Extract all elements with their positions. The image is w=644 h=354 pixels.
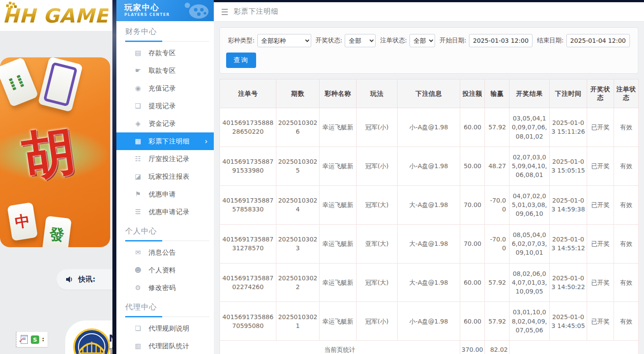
cell-amount: 60.00	[460, 263, 485, 302]
cell-lottery: 幸运飞艇新	[320, 263, 357, 302]
end-date-label: 结束日期:	[537, 37, 564, 45]
header-period: 期数	[276, 79, 320, 108]
cell-period: 20250103024	[276, 185, 320, 224]
sidebar-item-deposit-zone[interactable]: ▤ 存款专区	[116, 44, 214, 62]
sidebar-item-promo-apply-record[interactable]: ☰ 优惠申请记录	[116, 203, 214, 221]
cell-bet-status: 有效	[614, 302, 639, 341]
cell-bet-info: 小-A盘@1.98	[398, 108, 460, 147]
promo-record-icon: ☰	[134, 208, 142, 216]
cell-win-loss: 57.92	[485, 263, 510, 302]
cell-period: 20250103026	[276, 108, 320, 147]
main-content: ☰ 彩票下注明细 彩种类型: 全部彩种 开奖状态: 全部 注单状态: 全部	[214, 0, 644, 354]
report-icon: ◪	[134, 173, 142, 181]
bet-detail-icon: ▦	[134, 137, 142, 145]
sidebar-item-label: 存款专区	[149, 49, 176, 57]
sidebar-item-agent-rules[interactable]: ❏ 代理规则说明	[116, 320, 214, 337]
header-play: 玩法	[357, 79, 398, 108]
cell-play: 冠军(小)	[357, 147, 398, 185]
table-row: 401569173588731278570 20250103023 幸运飞艇新 …	[220, 224, 639, 263]
cell-bet-info: 大-A盘@1.98	[398, 185, 460, 224]
cell-draw-status: 已开奖	[587, 224, 614, 263]
sidebar-item-agent-team-stats[interactable]: ▥ 代理团队统计	[116, 337, 214, 354]
mahjong-tile-frame	[38, 57, 83, 112]
sidebar-item-promo-apply[interactable]: ⚑ 优惠申请	[116, 185, 214, 203]
lottery-type-label: 彩种类型:	[228, 37, 255, 45]
moneybag-icon: ◉	[134, 84, 142, 92]
sidebar-item-player-bet-report[interactable]: ◪ 玩家投注报表	[116, 168, 214, 185]
cell-play: 冠军(大)	[357, 263, 398, 302]
cell-bet-no: 401569173588702274260	[220, 263, 276, 302]
document-check-icon[interactable]	[21, 335, 28, 344]
sidebar-item-label: 代理团队统计	[149, 342, 190, 350]
sidebar-item-label: 充值记录	[149, 84, 176, 93]
section-personal-label: 个人中心	[125, 226, 209, 236]
cell-period: 20250103021	[276, 302, 320, 341]
page-summary-win-loss: 82.02	[485, 341, 510, 354]
mahjong-tile-zhong: 中	[7, 202, 38, 241]
draw-status-select[interactable]: 全部	[345, 34, 376, 47]
start-date-input[interactable]	[469, 34, 532, 47]
cell-lottery: 幸运飞艇新	[320, 302, 357, 341]
sidebar-item-label: 代理规则说明	[149, 324, 190, 333]
lottery-type-select[interactable]: 全部彩种	[257, 34, 311, 47]
sidebar-item-withdrawal-record[interactable]: ❑ 提现记录	[116, 97, 214, 115]
header-bet-no: 注单号	[220, 79, 276, 108]
section-finance: 财务中心	[116, 21, 214, 44]
screen: HH GAME 胡 中 發 快讯:	[0, 0, 644, 354]
mahjong-tile-fa: 發	[42, 216, 71, 247]
cell-draw-status: 已开奖	[587, 185, 614, 224]
sidebar-item-change-password[interactable]: ⚙ 修改密码	[116, 279, 214, 297]
query-button[interactable]: 查询	[226, 53, 256, 68]
site-logo: HH GAME	[3, 4, 108, 27]
nba-card-subtext: 官	[109, 347, 112, 354]
collapse-arrows-icon[interactable]: ▴▾	[42, 337, 44, 342]
header-result: 开奖结果	[510, 79, 550, 108]
bets-table-panel: 注单号 期数 彩种名称 玩法 下注信息 投注额 输赢 开奖结果 下注时间 开奖状…	[220, 79, 638, 354]
floating-toolbar: S ▴▾	[16, 332, 48, 347]
page-header: ☰ 彩票下注明细	[214, 2, 644, 22]
news-ticker-label: 快讯:	[78, 275, 95, 284]
sidebar-item-label: 取款专区	[149, 67, 176, 75]
cell-result: 03,05,04,10,09,07,06,08,01,02	[510, 108, 550, 147]
chevron-right-icon: ›	[205, 137, 208, 146]
cell-result: 08,02,06,04,07,01,03,10,09,05	[510, 263, 550, 302]
funds-icon: ◈	[134, 120, 142, 128]
cell-bet-time: 2025-01-03 14:45:05	[550, 302, 587, 341]
table-header-row: 注单号 期数 彩种名称 玩法 下注信息 投注额 输赢 开奖结果 下注时间 开奖状…	[220, 79, 639, 108]
sidebar-item-profile[interactable]: ☻ 个人资料	[116, 261, 214, 279]
section-agent: 代理中心	[116, 297, 214, 320]
sidebar-item-withdraw-zone[interactable]: ☛ 取款专区	[116, 62, 214, 79]
deposit-card-icon: ▤	[134, 49, 142, 57]
logo-confetti-decoration	[9, 2, 11, 4]
sidebar-item-lottery-bet-detail[interactable]: ▦ 彩票下注明细 ›	[116, 132, 214, 150]
header-bet-time: 下注时间	[550, 79, 587, 108]
gear-icon: ⚙	[134, 284, 142, 292]
table-row: 401569173588757858330 20250103024 幸运飞艇新 …	[220, 185, 639, 224]
sidebar-item-messages[interactable]: ✉ 消息公告	[116, 244, 214, 261]
sidebar-item-label: 修改密码	[149, 284, 176, 292]
list-icon: ☷	[134, 155, 142, 163]
sidebar-item-fund-record[interactable]: ◈ 资金记录	[116, 115, 214, 132]
sidebar-item-label: 消息公告	[149, 249, 176, 257]
section-personal: 个人中心	[116, 221, 214, 244]
sidebar-item-label: 厅室投注记录	[149, 155, 190, 163]
end-date-input[interactable]	[566, 34, 630, 47]
cell-bet-time: 2025-01-03 14:55:12	[550, 224, 587, 263]
sidebar-item-recharge-record[interactable]: ◉ 充值记录	[116, 79, 214, 97]
page-summary-empty	[510, 341, 639, 354]
section-underline	[125, 316, 209, 317]
s-app-icon[interactable]: S	[31, 335, 39, 344]
sidebar-header: 玩家中心 PLAYERS CENTER	[116, 0, 214, 21]
page-summary-row: 当前页统计 370.00 82.02	[220, 341, 639, 354]
cell-draw-status: 已开奖	[587, 302, 614, 341]
mahjong-tile-bamboo	[0, 57, 39, 107]
cell-bet-time: 2025-01-03 14:50:22	[550, 263, 587, 302]
sidebar-item-label: 提现记录	[149, 102, 176, 110]
hamburger-icon[interactable]: ☰	[221, 7, 228, 17]
header-bet-status: 注单状态	[614, 79, 639, 108]
promo-icon: ⚑	[134, 190, 142, 198]
sidebar-item-hall-bet-record[interactable]: ☷ 厅室投注记录	[116, 150, 214, 168]
cell-bet-status: 有效	[614, 224, 639, 263]
bet-status-select[interactable]: 全部	[409, 34, 435, 47]
news-ticker: 快讯:	[56, 269, 112, 290]
